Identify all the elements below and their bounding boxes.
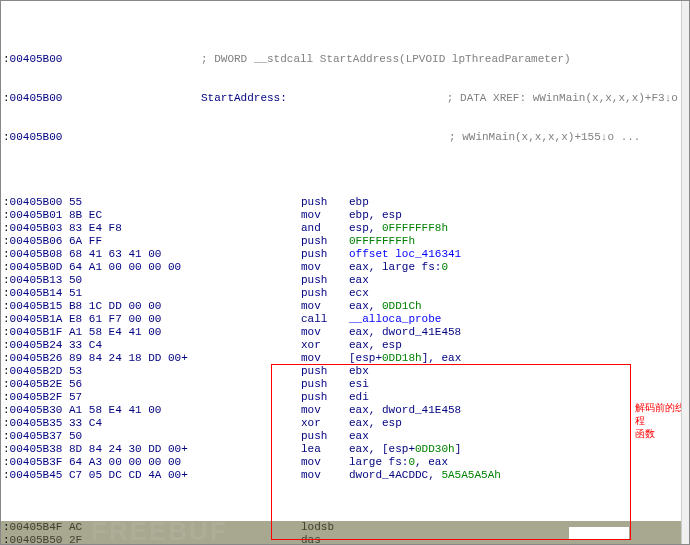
address: 00405B2E xyxy=(1,378,69,391)
address: 00405B06 xyxy=(1,235,69,248)
bytes: 8D 84 24 30 DD 00+ xyxy=(69,443,201,456)
xref-link[interactable]: offset loc_416341 xyxy=(349,248,461,260)
bytes-col xyxy=(69,92,201,105)
immediate: 0 xyxy=(441,261,448,273)
address: 00405B50 xyxy=(1,534,69,545)
bytes: 55 xyxy=(69,196,201,209)
address: 00405B00 xyxy=(1,53,69,66)
xref-link[interactable]: __alloca_probe xyxy=(349,313,441,325)
code-row[interactable]: 00405B2D53pushebx xyxy=(1,365,689,378)
address: 00405B35 xyxy=(1,417,69,430)
code-row[interactable]: 00405B3533 C4xoreax, esp xyxy=(1,417,689,430)
code-row[interactable]: 00405B388D 84 24 30 DD 00+leaeax, [esp+0… xyxy=(1,443,689,456)
operands: ebp xyxy=(349,196,369,209)
immediate: 0DD30h xyxy=(415,443,455,455)
mnemonic: push xyxy=(301,365,349,378)
cursor-indicator xyxy=(569,527,629,539)
code-row[interactable]: 00405B0383 E4 F8andesp, 0FFFFFFF8h xyxy=(1,222,689,235)
operands: offset loc_416341 xyxy=(349,248,461,261)
operands: eax, dword_41E458 xyxy=(349,326,461,339)
address: 00405B2F xyxy=(1,391,69,404)
address: 00405B08 xyxy=(1,248,69,261)
code-row[interactable]: 00405B2E56pushesi xyxy=(1,378,689,391)
mnemonic: xor xyxy=(301,417,349,430)
mnemonic: mov xyxy=(301,300,349,313)
immediate: 0FFFFFFF8h xyxy=(382,222,448,234)
address: 00405B2D xyxy=(1,365,69,378)
code-row[interactable]: 00405B1350pusheax xyxy=(1,274,689,287)
code-row[interactable]: 00405B1451pushecx xyxy=(1,287,689,300)
code-row[interactable]: 00405B018B ECmovebp, esp xyxy=(1,209,689,222)
bytes: 53 xyxy=(69,365,201,378)
code-row[interactable]: 00405B30A1 58 E4 41 00moveax, dword_41E4… xyxy=(1,404,689,417)
code-row[interactable]: 00405B0D64 A1 00 00 00 00moveax, large f… xyxy=(1,261,689,274)
code-row[interactable]: 00405B3750pusheax xyxy=(1,430,689,443)
code-row[interactable]: 00405B15B8 1C DD 00 00moveax, 0DD1Ch xyxy=(1,300,689,313)
bytes: 68 41 63 41 00 xyxy=(69,248,201,261)
mnemonic: mov xyxy=(301,352,349,365)
bytes: 6A FF xyxy=(69,235,201,248)
address: 00405B01 xyxy=(1,209,69,222)
xref: ; wWinMain(x,x,x,x)+155↓o ... xyxy=(449,131,640,144)
mnemonic: push xyxy=(301,430,349,443)
mnemonic: push xyxy=(301,391,349,404)
code-row[interactable]: 00405B0055pushebp xyxy=(1,196,689,209)
operands: __alloca_probe xyxy=(349,313,441,326)
bytes: 56 xyxy=(69,378,201,391)
mnemonic: push xyxy=(301,248,349,261)
bytes: 33 C4 xyxy=(69,339,201,352)
bytes: 57 xyxy=(69,391,201,404)
code-row[interactable]: 00405B1FA1 58 E4 41 00moveax, dword_41E4… xyxy=(1,326,689,339)
bytes: B8 1C DD 00 00 xyxy=(69,300,201,313)
mnemonic: push xyxy=(301,378,349,391)
immediate: 0 xyxy=(408,456,415,468)
mnemonic: push xyxy=(301,287,349,300)
mnemonic: push xyxy=(301,235,349,248)
disassembly-view[interactable]: 00405B00 ; DWORD __stdcall StartAddress(… xyxy=(1,1,689,544)
mnemonic: mov xyxy=(301,261,349,274)
operands: eax, 0DD1Ch xyxy=(349,300,422,313)
immediate: 5A5A5A5Ah xyxy=(441,469,500,481)
immediate: 0FFFFFFFFh xyxy=(349,235,415,247)
address: 00405B26 xyxy=(1,352,69,365)
operands: [esp+0DD18h], eax xyxy=(349,352,461,365)
address: 00405B1A xyxy=(1,313,69,326)
bytes: 64 A1 00 00 00 00 xyxy=(69,261,201,274)
bytes: E8 61 F7 00 00 xyxy=(69,313,201,326)
code-row[interactable]: 00405B2F57pushedi xyxy=(1,391,689,404)
address: 00405B4F xyxy=(1,521,69,534)
code-row[interactable]: 00405B3F64 A3 00 00 00 00movlarge fs:0, … xyxy=(1,456,689,469)
mnemonic: mov xyxy=(301,404,349,417)
code-row[interactable]: 00405B066A FFpush0FFFFFFFFh xyxy=(1,235,689,248)
address: 00405B15 xyxy=(1,300,69,313)
operands: 0FFFFFFFFh xyxy=(349,235,415,248)
mnemonic: mov xyxy=(301,469,349,482)
address: 00405B24 xyxy=(1,339,69,352)
bytes: A1 58 E4 41 00 xyxy=(69,404,201,417)
address: 00405B45 xyxy=(1,469,69,482)
operands: esp, 0FFFFFFF8h xyxy=(349,222,448,235)
bytes: C7 05 DC CD 4A 00+ xyxy=(69,469,201,482)
bytes: A1 58 E4 41 00 xyxy=(69,326,201,339)
operands: eax, esp xyxy=(349,339,402,352)
address: 00405B14 xyxy=(1,287,69,300)
mnemonic: xor xyxy=(301,339,349,352)
mnemonic: lodsb xyxy=(301,521,349,534)
func-label: StartAddress: xyxy=(201,92,287,105)
code-row[interactable]: 00405B2689 84 24 18 DD 00+mov[esp+0DD18h… xyxy=(1,352,689,365)
operands: eax, dword_41E458 xyxy=(349,404,461,417)
bytes: 83 E4 F8 xyxy=(69,222,201,235)
bytes: AC xyxy=(69,521,201,534)
overview-strip[interactable] xyxy=(681,1,689,544)
bytes: 33 C4 xyxy=(69,417,201,430)
code-row[interactable]: 00405B0868 41 63 41 00pushoffset loc_416… xyxy=(1,248,689,261)
address: 00405B38 xyxy=(1,443,69,456)
mnemonic: push xyxy=(301,196,349,209)
bytes: 2F xyxy=(69,534,201,545)
operands: edi xyxy=(349,391,369,404)
mnemonic: push xyxy=(301,274,349,287)
operands: eax, [esp+0DD30h] xyxy=(349,443,461,456)
code-row[interactable]: 00405B1AE8 61 F7 00 00call__alloca_probe xyxy=(1,313,689,326)
code-row[interactable]: 00405B2433 C4xoreax, esp xyxy=(1,339,689,352)
code-row[interactable]: 00405B45C7 05 DC CD 4A 00+movdword_4ACDD… xyxy=(1,469,689,482)
